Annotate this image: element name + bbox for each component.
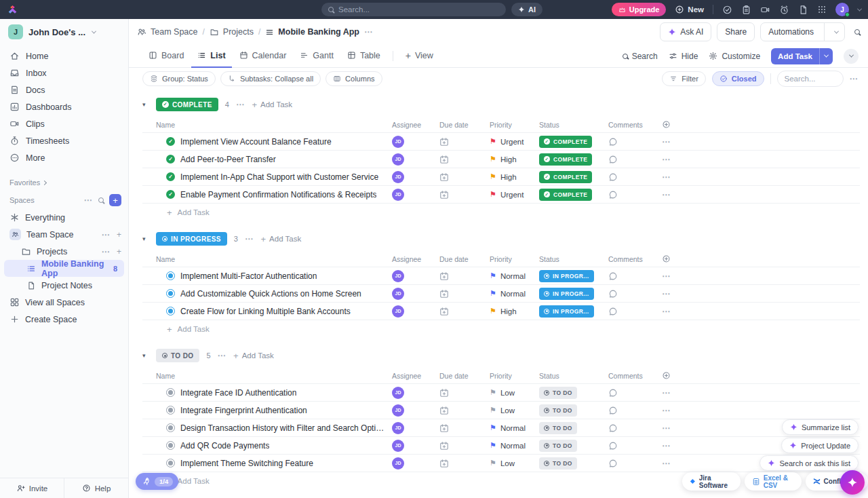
group-status-badge[interactable]: ✓ IN PROGRESS (156, 232, 227, 246)
task-status-icon[interactable]: ✓ (166, 137, 175, 146)
column-status[interactable]: Status (534, 121, 603, 129)
status-badge[interactable]: ✓ IN PROGR... (539, 270, 594, 282)
due-date-calendar-icon[interactable] (439, 155, 449, 164)
task-name[interactable]: Add QR Code Payments (180, 441, 269, 451)
status-badge[interactable]: ✓ COMPLETE (539, 153, 592, 166)
row-more-icon[interactable]: ⋯ (662, 307, 671, 315)
task-row[interactable]: ✓ Enable Payment Confirmation Notificati… (142, 186, 860, 204)
status-badge[interactable]: ✓ COMPLETE (539, 171, 592, 183)
due-date-calendar-icon[interactable] (439, 388, 449, 398)
column-name[interactable]: Name (142, 372, 387, 380)
priority-label[interactable]: High (500, 307, 517, 315)
column-priority[interactable]: Priority (484, 372, 534, 380)
assignee-avatar[interactable]: JD (392, 422, 404, 434)
add-column-button[interactable] (656, 120, 860, 129)
assignee-avatar[interactable]: JD (392, 153, 404, 166)
comment-icon[interactable] (608, 289, 618, 299)
collapse-group-icon[interactable]: ▾ (142, 352, 149, 359)
add-column-button[interactable] (656, 254, 860, 263)
task-name[interactable]: Add Peer-to-Peer Transfer (180, 155, 276, 164)
ask-ai-button[interactable]: Ask AI (660, 22, 711, 41)
sidebar-item-create-space[interactable]: Create Space (0, 311, 128, 328)
column-assignee[interactable]: Assignee (387, 255, 434, 263)
search-tasks-button[interactable]: Search (623, 52, 658, 61)
add-view-button[interactable]: +View (399, 45, 439, 68)
priority-label[interactable]: Urgent (500, 138, 524, 146)
status-badge[interactable]: ✓ TO DO (539, 440, 577, 452)
sidebar-item-team-space[interactable]: Team Space ⋯+ (0, 226, 128, 243)
status-badge[interactable]: ✓ TO DO (539, 457, 577, 470)
group-status-badge[interactable]: ✓ COMPLETE (156, 98, 218, 111)
column-priority[interactable]: Priority (484, 121, 534, 129)
comment-icon[interactable] (608, 137, 618, 147)
task-name[interactable]: Implement View Account Balance Feature (180, 137, 332, 147)
task-name[interactable]: Design Transaction History with Filter a… (180, 423, 387, 433)
group-more-icon[interactable]: ⋯ (218, 351, 227, 360)
priority-label[interactable]: High (500, 173, 517, 181)
assignee-avatar[interactable]: JD (392, 270, 404, 282)
add-column-button[interactable] (656, 371, 860, 380)
sidebar-item-project-notes[interactable]: Project Notes (0, 277, 128, 294)
sidebar-item-more[interactable]: More (0, 149, 128, 166)
due-date-calendar-icon[interactable] (439, 271, 449, 281)
closed-pill[interactable]: Closed (712, 71, 764, 86)
due-date-calendar-icon[interactable] (439, 172, 449, 182)
priority-label[interactable]: Low (500, 459, 515, 467)
task-status-icon[interactable]: ✓ (166, 155, 175, 164)
ai-fab-button[interactable] (840, 470, 865, 495)
search-or-ask-button[interactable]: Search or ask this list (760, 455, 859, 471)
new-button[interactable]: New (675, 5, 704, 14)
jira-button[interactable]: Jira Software (682, 472, 741, 491)
automations-button[interactable]: Automations (760, 22, 845, 41)
task-row[interactable]: ✓ Integrate Face ID Authentication JD ⚑L… (142, 384, 860, 402)
breadcrumb-folder[interactable]: Projects (210, 27, 254, 37)
due-date-calendar-icon[interactable] (439, 289, 449, 299)
list-search-box[interactable] (777, 71, 844, 87)
column-due-date[interactable]: Due date (434, 121, 484, 129)
sidebar-item-timesheets[interactable]: Timesheets (0, 132, 128, 149)
task-row[interactable]: ✓ Implement Multi-Factor Authentication … (142, 267, 860, 285)
row-more-icon[interactable]: ⋯ (662, 406, 671, 415)
task-name[interactable]: Enable Payment Confirmation Notification… (180, 190, 376, 199)
priority-label[interactable]: Urgent (500, 191, 524, 199)
comment-icon[interactable] (608, 190, 618, 199)
task-name[interactable]: Implement In-App Chat Support with Custo… (180, 172, 378, 182)
add-task-dropdown[interactable] (819, 48, 833, 64)
priority-label[interactable]: Normal (500, 272, 526, 280)
column-comments[interactable]: Comments (603, 372, 656, 380)
comment-icon[interactable] (608, 388, 618, 398)
sidebar-item-inbox[interactable]: Inbox (0, 64, 128, 81)
task-row[interactable]: ✓ Add Peer-to-Peer Transfer JD ⚑High ✓ C… (142, 151, 860, 168)
task-status-icon[interactable]: ✓ (166, 289, 175, 298)
task-row[interactable]: ✓ Implement In-App Chat Support with Cus… (142, 168, 860, 186)
comment-icon[interactable] (608, 423, 618, 433)
status-badge[interactable]: ✓ IN PROGR... (539, 305, 594, 318)
due-date-calendar-icon[interactable] (439, 423, 449, 433)
chevron-down-icon[interactable] (829, 31, 844, 34)
user-avatar[interactable]: J (835, 3, 849, 16)
column-assignee[interactable]: Assignee (387, 372, 434, 380)
task-row[interactable]: ✓ Integrate Fingerprint Authentication J… (142, 402, 860, 419)
status-badge[interactable]: ✓ TO DO (539, 404, 577, 417)
onboarding-progress-button[interactable]: 1/4 (136, 473, 178, 490)
column-name[interactable]: Name (142, 255, 387, 263)
add-task-row[interactable]: +Add Task (142, 320, 860, 338)
list-search-input[interactable] (785, 75, 836, 83)
assignee-avatar[interactable]: JD (392, 457, 404, 470)
filter-more-icon[interactable]: ⋯ (850, 75, 859, 83)
filter-pill[interactable]: Filter (662, 71, 705, 86)
column-priority[interactable]: Priority (484, 255, 534, 263)
group-add-task-button[interactable]: +Add Task (252, 100, 292, 110)
group-add-task-button[interactable]: +Add Task (233, 351, 274, 361)
task-status-icon[interactable]: ✓ (166, 172, 175, 181)
task-row[interactable]: ✓ Create Flow for Linking Multiple Bank … (142, 303, 860, 320)
breadcrumb-space[interactable]: Team Space (137, 27, 197, 37)
task-status-icon[interactable]: ✓ (166, 406, 175, 415)
column-due-date[interactable]: Due date (434, 255, 484, 263)
global-search-input[interactable] (338, 5, 499, 14)
task-status-icon[interactable]: ✓ (166, 388, 175, 397)
task-status-icon[interactable]: ✓ (166, 423, 175, 432)
due-date-calendar-icon[interactable] (439, 190, 449, 199)
task-name[interactable]: Implement Theme Switching Feature (180, 459, 313, 468)
sidebar-item-projects-folder[interactable]: Projects ⋯+ (0, 243, 128, 260)
